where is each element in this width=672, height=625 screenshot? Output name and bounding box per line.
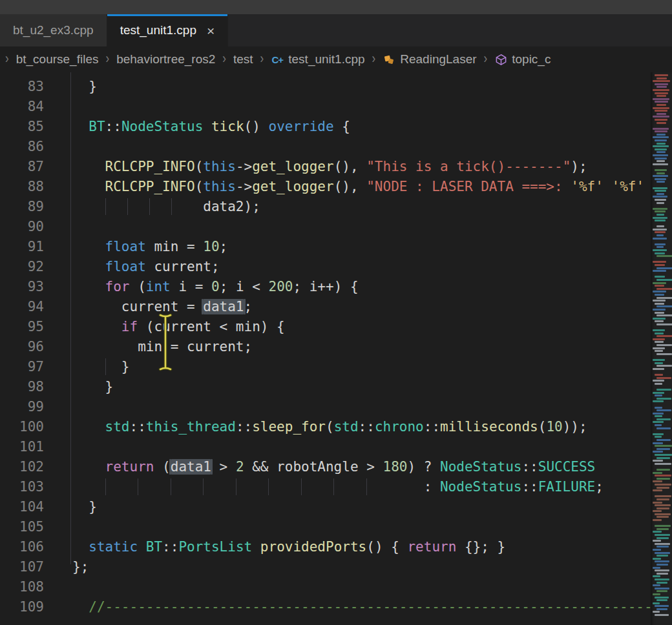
code-line[interactable]: 92 float current;	[0, 256, 651, 276]
minimap-row	[656, 297, 672, 299]
line-number[interactable]: 92	[0, 259, 72, 274]
line-number[interactable]: 102	[0, 459, 72, 475]
minimap-row	[655, 169, 667, 171]
line-number[interactable]: 91	[0, 239, 72, 254]
line-number[interactable]: 85	[0, 119, 72, 134]
code-line[interactable]: 86	[0, 136, 651, 156]
line-number[interactable]: 99	[0, 399, 72, 415]
code-lines[interactable]: 83 }8485 BT::NodeStatus tick() override …	[0, 76, 651, 617]
minimap-row	[655, 445, 672, 447]
code-line[interactable]: 87 RCLCPP_INFO(this->get_logger(), "This…	[0, 156, 651, 176]
code-line[interactable]: 101	[0, 436, 651, 456]
minimap-row	[655, 614, 669, 616]
code-line[interactable]: 98 }	[0, 376, 651, 396]
breadcrumb-item-test_unit1.cpp[interactable]: C+test_unit1.cpp	[271, 52, 364, 67]
code-line[interactable]: 102 return (data1 > 2 && robotAngle > 18…	[0, 456, 651, 476]
line-number[interactable]: 95	[0, 319, 72, 334]
line-number[interactable]: 90	[0, 219, 72, 234]
minimap-row	[655, 320, 664, 322]
code-line[interactable]: 94 current = data1;	[0, 296, 651, 316]
code-line[interactable]: 89 data2);	[0, 196, 651, 216]
minimap-row	[656, 546, 669, 548]
code-line[interactable]: 83 }	[0, 76, 651, 96]
minimap-row	[655, 110, 667, 112]
line-number[interactable]: 93	[0, 279, 72, 294]
minimap-row	[656, 353, 672, 355]
line-number[interactable]: 107	[0, 559, 72, 575]
line-number[interactable]: 101	[0, 439, 72, 455]
minimap-row	[655, 210, 666, 212]
code-text: data2);	[72, 199, 651, 214]
breadcrumb-item-bt_course_files[interactable]: bt_course_files	[16, 52, 99, 67]
code-line[interactable]: 84	[0, 96, 651, 116]
code-line[interactable]: 85 BT::NodeStatus tick() override {	[0, 116, 651, 136]
code-line[interactable]: 100 std::this_thread::sleep_for(std::chr…	[0, 416, 651, 436]
line-number[interactable]: 88	[0, 179, 72, 194]
line-number[interactable]: 97	[0, 359, 72, 374]
minimap-row	[656, 160, 665, 162]
line-number[interactable]: 94	[0, 299, 72, 314]
line-number[interactable]: 108	[0, 579, 72, 595]
minimap-row	[653, 385, 671, 387]
indent-guide-tick	[301, 478, 302, 495]
breadcrumb-item-ReadingLaser[interactable]: ReadingLaser	[383, 52, 476, 67]
minimap-row	[655, 534, 670, 536]
tab-bt_u2_ex3.cpp[interactable]: bt_u2_ex3.cpp	[0, 14, 107, 46]
minimap-row	[655, 383, 662, 385]
line-number[interactable]: 84	[0, 99, 72, 114]
minimap-row	[656, 151, 666, 153]
code-text: }	[72, 379, 651, 394]
code-line[interactable]: 96 min = current;	[0, 336, 651, 356]
code-line[interactable]: 88 RCLCPP_INFO(this->get_logger(), "NODE…	[0, 176, 651, 196]
line-number[interactable]: 86	[0, 139, 72, 154]
code-line[interactable]: 99	[0, 396, 651, 416]
line-number[interactable]: 83	[0, 79, 72, 94]
indent-guide-tick	[236, 478, 236, 495]
minimap-row	[653, 238, 667, 240]
line-number[interactable]: 89	[0, 199, 72, 214]
code-text: if (current < min) {	[72, 319, 651, 334]
title-bar	[0, 0, 672, 14]
line-number[interactable]: 105	[0, 519, 72, 535]
breadcrumb-item-test[interactable]: test	[233, 52, 253, 67]
code-line[interactable]: 108	[0, 577, 651, 597]
minimap-row	[653, 493, 671, 495]
line-number[interactable]: 98	[0, 379, 72, 394]
code-editor[interactable]: 83 }8485 BT::NodeStatus tick() override …	[0, 72, 651, 625]
tab-test_unit1.cpp[interactable]: test_unit1.cpp×	[107, 14, 229, 46]
code-line[interactable]: 95 if (current < min) {	[0, 316, 651, 336]
minimap-row	[656, 255, 672, 257]
code-line[interactable]: 107};	[0, 557, 651, 577]
minimap-row	[656, 104, 666, 106]
code-line[interactable]: 91 float min = 10;	[0, 236, 651, 256]
minimap-row	[653, 116, 669, 118]
minimap-row	[653, 125, 671, 127]
line-number[interactable]: 103	[0, 479, 72, 495]
breadcrumb-label: behaviortree_ros2	[116, 52, 215, 67]
code-text: current = data1;	[72, 299, 651, 314]
line-number[interactable]: 96	[0, 339, 72, 354]
code-line[interactable]: 93 for (int i = 0; i < 200; i++) {	[0, 276, 651, 296]
breadcrumb-item-topic_c[interactable]: topic_c	[494, 52, 551, 67]
minimap-row	[656, 181, 665, 183]
code-line[interactable]: 109 //----------------------------------…	[0, 597, 651, 617]
code-line[interactable]: 105	[0, 517, 651, 537]
minimap[interactable]	[651, 72, 672, 625]
line-number[interactable]: 109	[0, 599, 72, 615]
line-number[interactable]: 87	[0, 159, 72, 174]
code-line[interactable]: 104 }	[0, 497, 651, 517]
minimap-row	[653, 145, 669, 147]
line-number[interactable]: 100	[0, 419, 72, 435]
code-line[interactable]: 106 static BT::PortsList providedPorts()…	[0, 537, 651, 557]
line-number[interactable]: 104	[0, 499, 72, 515]
minimap-row	[655, 394, 662, 396]
word-highlight: data1	[171, 459, 211, 475]
line-number[interactable]: 106	[0, 539, 72, 555]
breadcrumb-item-behaviortree_ros2[interactable]: behaviortree_ros2	[116, 52, 215, 67]
minimap-row	[653, 261, 666, 263]
code-line[interactable]: 97 }	[0, 356, 651, 376]
minimap-row	[655, 560, 669, 562]
close-icon[interactable]: ×	[207, 24, 215, 37]
code-line[interactable]: 103 : NodeStatus::FAILURE;	[0, 476, 651, 497]
code-line[interactable]: 90	[0, 216, 651, 236]
